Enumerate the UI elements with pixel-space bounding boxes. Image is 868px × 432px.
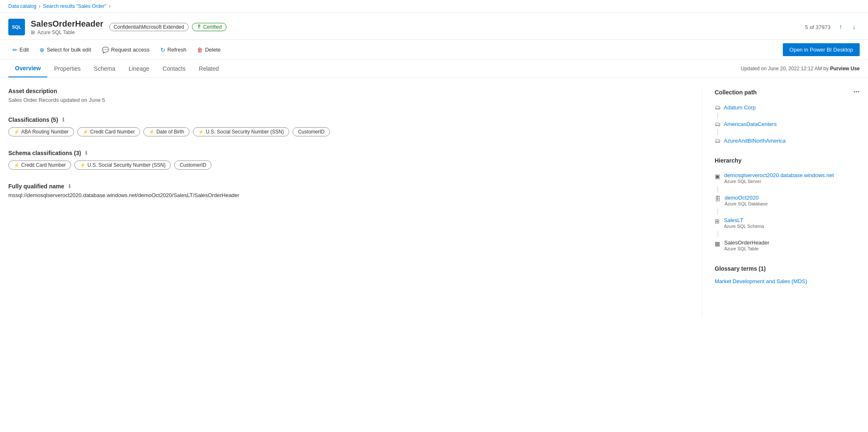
schema-classifications-section: Schema classifications (3) ℹ ⚡ Credit Ca… [8,150,685,170]
tag-aba: ⚡ ABA Routing Number [8,127,74,136]
hierarchy-item-server-content: demosqlserveroct2020.database.windows.ne… [724,172,834,184]
refresh-icon: ↻ [160,47,165,53]
edit-button[interactable]: ✏ Edit [8,44,33,56]
classifications-title: Classifications (5) [8,116,58,123]
hierarchy-type-database: Azure SQL Database [725,201,768,206]
tab-related[interactable]: Related [192,60,226,77]
hierarchy-type-table: Azure SQL Table [724,246,769,251]
nav-arrows: ↑ ↓ [835,21,860,33]
collection-path-title: Collection path ··· [715,88,860,96]
hierarchy-title: Hierarchy [715,157,860,164]
asset-description-title: Asset description [8,88,685,94]
header-left: SQL SalesOrderHeader ⊞ Azure SQL Table C… [8,19,226,35]
hierarchy-link-schema[interactable]: SalesLT [724,217,764,223]
fqn-section: Fully qualified name ℹ mssql://demosqlse… [8,183,685,198]
refresh-button[interactable]: ↻ Refresh [156,44,191,56]
nav-down-button[interactable]: ↓ [848,21,860,33]
collection-item-azure: 🗂 AzureAndBINorthAmerica [715,136,860,146]
collection-link-adatum[interactable]: Adatum Corp [724,104,756,111]
collection-link-americas[interactable]: AmericasDataCenters [724,121,777,127]
bulk-edit-button[interactable]: ⊕ Select for bulk edit [35,44,95,56]
breadcrumb-search-results[interactable]: Search results "Sales Order" [43,3,106,9]
tag-ccn: ⚡ Credit Card Number [77,127,140,136]
header-badges: Confidential\Microsoft Extended 🎖 Certif… [109,23,226,31]
tabs-bar: Overview Properties Schema Lineage Conta… [0,60,868,78]
glossary-section: Glossary terms (1) Market Development an… [715,265,860,284]
glossary-title: Glossary terms (1) [715,265,860,272]
page-header: SQL SalesOrderHeader ⊞ Azure SQL Table C… [0,13,868,40]
tab-properties[interactable]: Properties [47,60,87,77]
hierarchy-item-table: ▦ SalesOrderHeader Azure SQL Table [715,237,860,254]
tag-customerid: CustomerID [293,127,330,136]
hierarchy-item-database: 🗄 demoOct2020 Azure SQL Database [715,192,860,209]
asset-description-value: Sales Order Records updated on June 5 [8,97,685,103]
classifications-info-icon: ℹ [62,117,64,123]
collection-item-adatum: 🗂 Adatum Corp [715,102,860,112]
schema-classifications-title-row: Schema classifications (3) ℹ [8,150,685,156]
fqn-title: Fully qualified name [8,183,64,190]
hierarchy-vline-1 [715,186,860,192]
tab-schema[interactable]: Schema [87,60,122,77]
badge-confidential: Confidential\Microsoft Extended [109,23,189,31]
classifications-section: Classifications (5) ℹ ⚡ ABA Routing Numb… [8,116,685,136]
header-right: 5 of 37973 ↑ ↓ [805,21,860,33]
asset-description-section: Asset description Sales Order Records up… [8,88,685,103]
hierarchy-item-table-content: SalesOrderHeader Azure SQL Table [724,239,769,251]
hierarchy-name-table: SalesOrderHeader [724,239,769,246]
glossary-link-mds[interactable]: Market Development and Sales (MDS) [715,278,807,284]
server-icon: ▣ [715,173,720,180]
folder-icon-1: 🗂 [715,104,720,111]
page-title: SalesOrderHeader [31,19,103,29]
plus-circle-icon: ⊕ [39,47,44,53]
tabs-updated: Updated on June 20, 2022 12:12 AM by Pur… [741,61,860,77]
table-icon: ⊞ [31,30,35,35]
fqn-title-row: Fully qualified name ℹ [8,183,685,190]
delete-icon: 🗑 [197,47,203,53]
breadcrumb-data-catalog[interactable]: Data catalog [8,3,36,9]
fqn-value: mssql://demosqlserveroct2020.database.wi… [8,192,685,198]
schema-tag-icon-ccn: ⚡ [14,163,20,168]
table-icon: ▦ [715,240,720,247]
folder-icon-3: 🗂 [715,137,720,144]
tag-ssn: ⚡ U.S. Social Security Number (SSN) [193,127,289,136]
tag-icon-dob: ⚡ [149,129,155,135]
schema-icon: ⊞ [715,218,720,225]
page-counter: 5 of 37973 [805,24,831,30]
nav-up-button[interactable]: ↑ [835,21,846,33]
tag-icon-aba: ⚡ [14,129,20,135]
request-access-button[interactable]: 💬 Request access [98,44,154,56]
hierarchy-item-server: ▣ demosqlserveroct2020.database.windows.… [715,170,860,186]
collection-link-azure[interactable]: AzureAndBINorthAmerica [724,138,786,144]
classifications-tags: ⚡ ABA Routing Number ⚡ Credit Card Numbe… [8,127,685,136]
schema-classifications-tags: ⚡ Credit Card Number ⚡ U.S. Social Secur… [8,160,685,170]
vline-2 [715,129,860,136]
breadcrumb: Data catalog › Search results "Sales Ord… [0,0,868,13]
hierarchy-link-server[interactable]: demosqlserveroct2020.database.windows.ne… [724,172,834,178]
tab-contacts[interactable]: Contacts [156,60,192,77]
tab-overview[interactable]: Overview [8,60,47,77]
delete-button[interactable]: 🗑 Delete [193,44,225,56]
tab-lineage[interactable]: Lineage [122,60,156,77]
vline-1 [715,112,860,119]
badge-certified: 🎖 Certified [192,23,226,31]
toolbar: ✏ Edit ⊕ Select for bulk edit 💬 Request … [0,40,868,60]
collection-item-americas: 🗂 AmericasDataCenters [715,119,860,129]
main-content: Asset description Sales Order Records up… [0,78,868,327]
schema-tag-ssn: ⚡ U.S. Social Security Number (SSN) [74,160,171,170]
schema-tag-customerid: CustomerID [174,160,211,170]
hierarchy-type-server: Azure SQL Server [724,179,834,184]
hierarchy-section: Hierarchy ▣ demosqlserveroct2020.databas… [715,157,860,254]
tag-icon-ccn: ⚡ [83,129,89,135]
sql-icon: SQL [8,19,25,35]
breadcrumb-sep-1: › [39,3,40,9]
tag-icon-ssn: ⚡ [198,129,204,135]
header-title-block: SalesOrderHeader ⊞ Azure SQL Table [31,19,103,35]
certified-icon: 🎖 [197,24,202,30]
open-powerbi-button[interactable]: Open in Power BI Desktop [783,43,860,56]
hierarchy-type-schema: Azure SQL Schema [724,224,764,229]
database-icon: 🗄 [715,195,720,202]
collection-path-more-icon[interactable]: ··· [853,88,860,96]
hierarchy-link-database[interactable]: demoOct2020 [725,195,768,201]
schema-tag-icon-ssn: ⚡ [80,163,86,168]
edit-icon: ✏ [12,47,17,53]
